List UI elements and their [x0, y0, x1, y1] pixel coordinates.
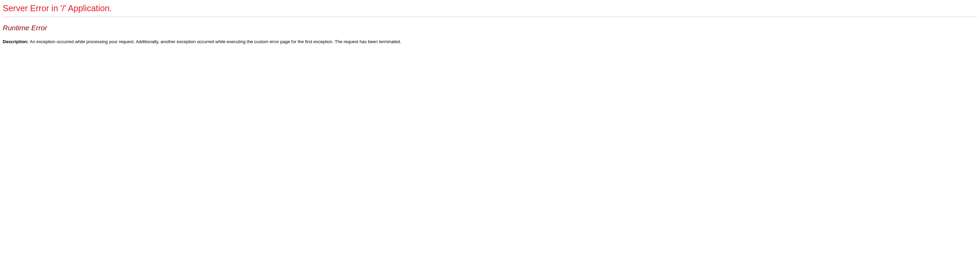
server-error-title: Server Error in '/' Application. — [3, 3, 977, 13]
description-label: Description: — [3, 39, 30, 44]
divider — [3, 17, 977, 17]
error-description: Description: An exception occurred while… — [3, 39, 977, 45]
runtime-error-heading: Runtime Error — [3, 24, 977, 32]
description-text: An exception occurred while processing y… — [30, 39, 401, 44]
